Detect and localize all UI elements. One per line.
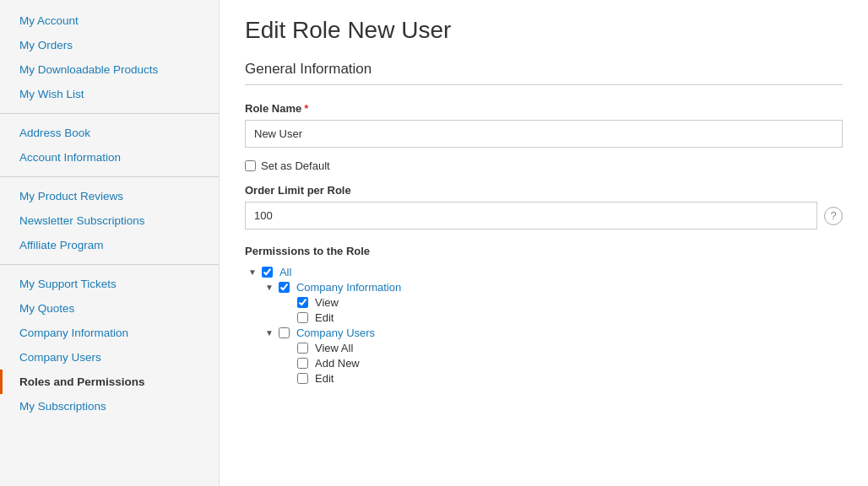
tree-node-company-info-view: View	[245, 296, 843, 309]
tree-label-company-users[interactable]: Company Users	[296, 327, 375, 339]
help-icon[interactable]: ?	[824, 207, 843, 225]
sidebar-item-roles-and-permissions[interactable]: Roles and Permissions	[0, 370, 219, 394]
sidebar-item-company-users[interactable]: Company Users	[0, 345, 219, 370]
sidebar-divider	[0, 176, 219, 177]
sidebar-item-affiliate-program[interactable]: Affiliate Program	[0, 233, 219, 257]
sidebar-item-my-downloadable-products[interactable]: My Downloadable Products	[0, 57, 219, 82]
tree-label-all[interactable]: All	[279, 266, 291, 278]
sidebar: My AccountMy OrdersMy Downloadable Produ…	[0, 0, 220, 486]
tree-checkbox-company-users-add-new[interactable]	[297, 358, 308, 369]
sidebar-divider	[0, 113, 219, 114]
section-title: General Information	[245, 61, 843, 78]
sidebar-item-my-subscriptions[interactable]: My Subscriptions	[0, 394, 219, 418]
tree-node-company-info-edit: Edit	[245, 311, 843, 324]
tree-node-company-users-add-new: Add New	[245, 357, 843, 370]
tree-label-company-info-view: View	[315, 296, 339, 309]
sidebar-item-newsletter-subscriptions[interactable]: Newsletter Subscriptions	[0, 208, 219, 233]
set-as-default-row: Set as Default	[245, 159, 843, 172]
tree-label-company-users-add-new: Add New	[315, 357, 360, 370]
sidebar-item-my-wish-list[interactable]: My Wish List	[0, 82, 219, 106]
sidebar-item-my-quotes[interactable]: My Quotes	[0, 296, 219, 321]
role-name-input[interactable]	[245, 120, 843, 148]
sidebar-item-my-orders[interactable]: My Orders	[0, 33, 219, 57]
order-limit-input[interactable]	[245, 202, 817, 230]
section-divider	[245, 84, 843, 85]
tree-label-company-information[interactable]: Company Information	[296, 281, 401, 294]
tree-checkbox-company-users[interactable]	[279, 327, 290, 338]
tree-checkbox-company-info-edit[interactable]	[297, 312, 308, 323]
tree-checkbox-company-information[interactable]	[279, 282, 290, 293]
order-limit-label: Order Limit per Role	[245, 184, 843, 197]
tree-checkbox-company-info-view[interactable]	[297, 297, 308, 308]
tree-toggle-all[interactable]: ▼	[248, 267, 257, 277]
tree-label-company-users-view-all: View All	[315, 342, 353, 354]
sidebar-item-my-account[interactable]: My Account	[0, 8, 219, 33]
tree-checkbox-all[interactable]	[262, 267, 273, 278]
set-as-default-label[interactable]: Set as Default	[261, 159, 330, 172]
sidebar-item-my-support-tickets[interactable]: My Support Tickets	[0, 272, 219, 296]
permissions-tree: ▼All▼Company InformationViewEdit▼Company…	[245, 266, 843, 385]
tree-label-company-info-edit: Edit	[315, 311, 334, 324]
tree-checkbox-company-users-view-all[interactable]	[297, 343, 308, 354]
tree-checkbox-company-users-edit[interactable]	[297, 373, 308, 384]
sidebar-item-address-book[interactable]: Address Book	[0, 121, 219, 145]
sidebar-item-account-information[interactable]: Account Information	[0, 145, 219, 170]
sidebar-divider	[0, 264, 219, 265]
tree-node-company-users-edit: Edit	[245, 372, 843, 385]
tree-node-company-users: ▼Company Users	[245, 327, 843, 339]
tree-node-all: ▼All	[245, 266, 843, 278]
tree-node-company-users-view-all: View All	[245, 342, 843, 354]
sidebar-item-company-information[interactable]: Company Information	[0, 321, 219, 345]
order-limit-row: ?	[245, 202, 843, 230]
page-title: Edit Role New User	[245, 17, 843, 44]
tree-toggle-company-information[interactable]: ▼	[265, 283, 274, 292]
tree-label-company-users-edit: Edit	[315, 372, 334, 385]
permissions-label: Permissions to the Role	[245, 245, 843, 257]
set-as-default-checkbox[interactable]	[245, 160, 256, 171]
sidebar-item-my-product-reviews[interactable]: My Product Reviews	[0, 184, 219, 208]
main-content: Edit Role New User General Information R…	[220, 0, 868, 486]
role-name-label: Role Name*	[245, 102, 843, 115]
tree-node-company-information: ▼Company Information	[245, 281, 843, 294]
tree-toggle-company-users[interactable]: ▼	[265, 328, 274, 338]
